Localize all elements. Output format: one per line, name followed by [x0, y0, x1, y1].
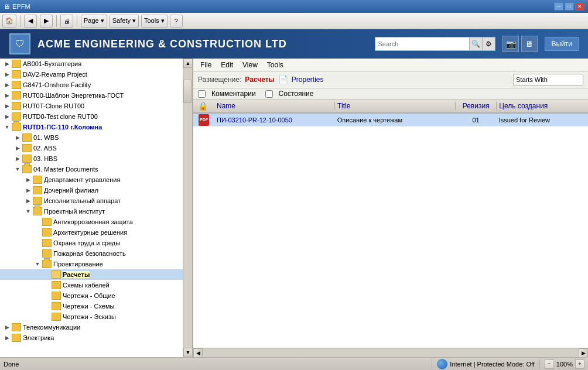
folder-icon	[12, 102, 21, 110]
tree-item[interactable]: ▶ RUT00-Шаблон Энергетика-ГОСТ	[0, 90, 192, 101]
starts-with-input[interactable]	[513, 74, 583, 85]
menu-edit[interactable]: Edit	[216, 59, 238, 71]
folder-icon	[52, 313, 61, 321]
menu-view[interactable]: View	[238, 59, 262, 71]
print-button[interactable]: 🖨	[60, 15, 73, 28]
tree-item-ohse[interactable]: Охрана труда и среды	[0, 238, 192, 248]
expand-icon[interactable]: ▼	[2, 122, 12, 132]
col-purpose-label[interactable]: Цель создания	[499, 102, 548, 110]
expand-icon[interactable]: ▶	[2, 112, 12, 121]
win-minimize-button[interactable]: ─	[554, 2, 563, 11]
camera-button[interactable]: 📷	[502, 36, 519, 52]
search-input[interactable]	[375, 37, 469, 50]
search-options-button[interactable]: ⚙	[482, 37, 495, 50]
expand-icon[interactable]: ▶	[13, 133, 22, 142]
tree-item-fire[interactable]: Пожарная безопасность	[0, 248, 192, 259]
tree-item-exec[interactable]: ▶ Исполнительный аппарат	[0, 196, 192, 206]
tree-item-branch[interactable]: ▶ Дочерний филиал	[0, 185, 192, 196]
expand-icon[interactable]: ▶	[2, 70, 12, 79]
menu-tools[interactable]: Tools	[262, 59, 288, 71]
tree-item-inst[interactable]: ▼ Проектный институт	[0, 206, 192, 217]
page-menu-button[interactable]: Page ▾	[81, 15, 107, 28]
expand-icon[interactable]: ▼	[23, 207, 33, 216]
tree-item-label: 02. ABS	[33, 145, 57, 152]
expand-icon[interactable]: ▶	[2, 91, 12, 100]
help-button[interactable]: ?	[170, 15, 183, 28]
tree-item-design[interactable]: ▼ Проектирование	[0, 259, 192, 269]
tree-item[interactable]: ▶ RUTD0-Test clone RUT00	[0, 111, 192, 122]
expand-icon[interactable]: ▶	[23, 186, 33, 195]
tools-menu-button[interactable]: Tools ▾	[141, 15, 167, 28]
comments-checkbox[interactable]	[198, 90, 206, 98]
tree-item[interactable]: ▶ RUT0T-Clone RUT00	[0, 101, 192, 111]
expand-icon[interactable]: ▶	[13, 143, 22, 153]
col-rev-label[interactable]: Ревизия	[463, 102, 490, 110]
tree-item-arch[interactable]: Архитектурные решения	[0, 227, 192, 238]
tree-item[interactable]: ▶ DAV2-Revamp Project	[0, 69, 192, 80]
tree-item-electr[interactable]: ▶ Электрика	[0, 333, 192, 343]
zoom-in-button[interactable]: +	[575, 359, 584, 369]
tree-item[interactable]: ▶ G8471-Onshore Facility	[0, 80, 192, 90]
logout-button[interactable]: Выйти	[545, 37, 579, 51]
scroll-down-button[interactable]: ▼	[183, 348, 193, 357]
td-title: Описание к чертежам	[335, 117, 456, 124]
folder-icon	[22, 165, 32, 173]
safety-menu-button[interactable]: Safety ▾	[110, 15, 139, 28]
folder-icon	[33, 186, 42, 194]
folder-icon	[52, 270, 61, 279]
breadcrumb-current[interactable]: Расчеты	[245, 76, 275, 84]
tree-item[interactable]: ▶ AB001-Бухгалтерия	[0, 59, 192, 69]
tree-item-drawings-gen[interactable]: Чертежи - Общие	[0, 290, 192, 301]
tree-item-anti[interactable]: Антикоррозионная защита	[0, 217, 192, 227]
scroll-thumb[interactable]	[183, 80, 192, 103]
monitor-button[interactable]: 🖥	[521, 36, 538, 52]
expand-icon[interactable]: ▶	[2, 101, 12, 111]
home-button[interactable]: 🏠	[2, 15, 16, 28]
back-button[interactable]: ◀	[24, 15, 37, 28]
tree-item-wbs[interactable]: ▶ 01. WBS	[0, 132, 192, 143]
h-scroll-left-button[interactable]: ◀	[193, 348, 203, 358]
tree-item-label: Телекоммуникации	[23, 324, 80, 331]
status-checkbox[interactable]	[265, 90, 273, 98]
scroll-up-button[interactable]: ▲	[183, 59, 193, 68]
tree-item-calcs[interactable]: Расчеты	[0, 269, 192, 280]
col-name-label[interactable]: Name	[217, 102, 235, 110]
win-close-button[interactable]: ✕	[575, 2, 584, 11]
tree-item-hbs[interactable]: ▶ 03. HBS	[0, 153, 192, 164]
toolbar-sep-3	[77, 15, 77, 27]
td-name[interactable]: ПИ-03210-PR-12-10-0050	[214, 117, 335, 124]
h-scroll-right-button[interactable]: ▶	[579, 348, 588, 358]
tree-item-cables[interactable]: Схемы кабелей	[0, 280, 192, 290]
tree-item-label: RUTD0-Test clone RUT00	[23, 113, 98, 120]
expand-icon[interactable]: ▶	[2, 80, 12, 90]
tree-item-label: Электрика	[23, 334, 54, 341]
expand-icon[interactable]: ▶	[23, 196, 33, 205]
tree-item-drawings-sk[interactable]: Чертежи - Эскизы	[0, 311, 192, 322]
tree-item-dept[interactable]: ▶ Департамент управления	[0, 174, 192, 185]
expand-icon-spacer	[33, 228, 42, 237]
expand-icon[interactable]: ▶	[2, 59, 12, 68]
expand-icon[interactable]: ▶	[2, 323, 12, 332]
tree-item-drawings-sch[interactable]: Чертежи - Схемы	[0, 301, 192, 311]
tree-item-abs[interactable]: ▶ 02. ABS	[0, 143, 192, 153]
table-row[interactable]: PDF ПИ-03210-PR-12-10-0050 Описание к че…	[193, 114, 588, 126]
menu-file[interactable]: File	[196, 59, 216, 71]
win-maximize-button[interactable]: □	[565, 2, 574, 11]
properties-link[interactable]: Properties	[292, 76, 324, 84]
search-button[interactable]: 🔍	[469, 37, 482, 50]
expand-icon[interactable]: ▼	[13, 165, 22, 174]
expand-icon[interactable]: ▶	[2, 333, 12, 342]
expand-icon[interactable]: ▼	[33, 259, 42, 269]
tree-item-master[interactable]: ▼ 04. Master Documents	[0, 164, 192, 174]
breadcrumb-bar: Размещение: Расчеты 📄 Properties	[193, 71, 588, 88]
expand-icon[interactable]: ▶	[23, 175, 33, 184]
tree-item-label: Архитектурные решения	[53, 229, 127, 236]
col-title-label[interactable]: Title	[337, 102, 350, 110]
zoom-out-button[interactable]: −	[545, 359, 554, 369]
folder-icon	[22, 155, 32, 163]
forward-button[interactable]: ▶	[40, 15, 53, 28]
tree-item-telecom[interactable]: ▶ Телекоммуникации	[0, 322, 192, 333]
expand-icon[interactable]: ▶	[13, 154, 22, 163]
scroll-track	[183, 68, 192, 348]
tree-item-rutd1[interactable]: ▼ RUTD1-ПС-110 г.Коломна	[0, 122, 192, 132]
